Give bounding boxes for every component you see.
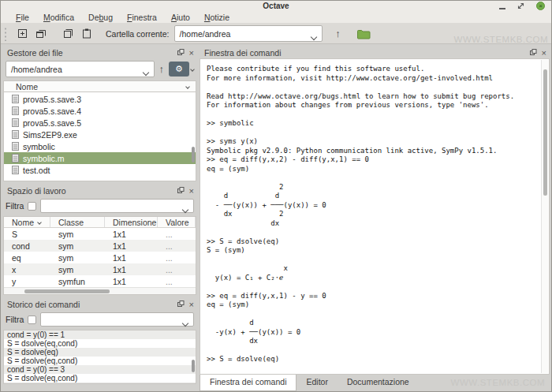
directory-up-button[interactable]: ↑ [159, 63, 165, 75]
history-item[interactable]: S = dsolve(eq,cond) [4, 357, 196, 365]
history-item[interactable]: S = dsolve(eq,cond) [4, 374, 196, 383]
file-name: prova5.s.save.3 [23, 95, 81, 104]
file-row[interactable]: prova5.s.save.4 [4, 105, 196, 117]
minimize-button[interactable] [499, 8, 505, 9]
workspace-cell: eq [4, 252, 50, 263]
menu-item-file[interactable]: File [9, 12, 36, 23]
tab-finestra-dei-comandi[interactable]: Finestra dei comandi [200, 375, 297, 391]
file-name: Sims2EP9.exe [23, 130, 77, 140]
file-row[interactable]: test.odt [4, 164, 196, 176]
file-row[interactable]: Sims2EP9.exe [4, 129, 196, 140]
new-script-button[interactable] [13, 25, 32, 42]
terminal-output: Please contribute if you find this softw… [207, 65, 538, 364]
history-item[interactable]: cond = y(0) == 3 [4, 365, 196, 374]
tab-documentazione[interactable]: Documentazione [338, 375, 419, 391]
octave-window: Octave × FileModificaDebugFinestraAiutoN… [0, 0, 552, 392]
workspace-column-header[interactable]: Classe [50, 217, 105, 227]
close-panel-icon[interactable]: × [189, 301, 194, 308]
history-hscrollbar[interactable] [4, 383, 196, 383]
undock-icon[interactable] [530, 49, 537, 56]
current-folder-combobox[interactable]: /home/andrea [174, 25, 323, 42]
undock-icon[interactable] [177, 301, 185, 308]
file-icon [12, 95, 19, 103]
workspace-row[interactable]: ysymfun1x1... [4, 275, 196, 287]
history-filter-combobox[interactable] [40, 312, 194, 327]
maximize-button[interactable] [517, 2, 525, 10]
duplicate-window-icon [35, 28, 47, 39]
close-panel-icon[interactable]: × [189, 49, 194, 57]
workspace-table-body: Ssym1x1...condsym1x1...eqsym1x1...xsym1x… [4, 228, 196, 287]
folder-up-button[interactable]: ↑ [329, 25, 348, 42]
menu-item-aiuto[interactable]: Aiuto [164, 12, 197, 23]
workspace-row[interactable]: Ssym1x1... [4, 228, 196, 240]
workspace-cell: cond [4, 240, 50, 252]
workspace-cell: sym [50, 240, 105, 252]
folder-actions-button[interactable]: ⚙ [169, 62, 189, 77]
chevron-down-icon [310, 34, 316, 40]
workspace-cell: ... [158, 275, 196, 287]
history-filter-checkbox[interactable] [28, 315, 36, 324]
close-panel-icon[interactable]: × [542, 49, 546, 57]
workspace-hscrollbar[interactable] [4, 287, 196, 294]
file-name: prova5.s.save.4 [23, 106, 81, 116]
file-row[interactable]: prova5.s.save.3 [4, 93, 196, 105]
workspace-filter-checkbox[interactable] [28, 202, 36, 211]
workspace-column-header[interactable]: Dimensione [105, 217, 158, 227]
workspace-cell: 1x1 [105, 252, 158, 263]
chevron-down-icon [182, 207, 188, 213]
menu-item-notizie[interactable]: Notizie [197, 12, 237, 23]
file-path-combobox[interactable]: /home/andrea [6, 61, 155, 77]
workspace-column-header[interactable]: Nome [4, 217, 50, 227]
menu-item-debug[interactable]: Debug [81, 12, 120, 23]
file-icon [12, 118, 19, 127]
current-folder-label: Cartella corrente: [106, 29, 170, 39]
close-button[interactable]: × [536, 2, 545, 10]
file-panel-title: Gestore dei file [7, 48, 177, 58]
file-row[interactable]: symbolic.m [4, 152, 196, 164]
undock-icon[interactable] [177, 49, 185, 56]
file-list-scrollbar[interactable] [192, 147, 195, 162]
menu-item-finestra[interactable]: Finestra [120, 12, 164, 23]
command-history-panel: Storico dei comandi × Filtra cond = y(0)… [2, 298, 197, 385]
workspace-table-header: NomeClasseDimensioneValore [4, 217, 196, 228]
column-label: Nome [12, 218, 34, 227]
paste-button[interactable] [77, 25, 96, 42]
file-row[interactable]: symbolic [4, 140, 196, 152]
history-scrollbar[interactable] [192, 360, 195, 372]
menu-item-modifica[interactable]: Modifica [36, 12, 81, 23]
history-item[interactable]: cond = y(0) == 1 [4, 330, 196, 339]
column-label: Valore [166, 218, 189, 227]
workspace-cell: y [4, 275, 50, 287]
workspace-filter-label: Filtra [6, 201, 24, 211]
workspace-cell: ... [158, 263, 196, 275]
workspace-panel-title: Spazio di lavoro [7, 186, 177, 196]
workspace-row[interactable]: eqsym1x1... [4, 252, 196, 263]
command-window-panel: Finestra dei comandi × Please contribute… [200, 47, 550, 391]
toolbar-grip[interactable] [4, 27, 8, 41]
browse-folder-button[interactable] [354, 25, 373, 42]
column-label: Dimensione [113, 218, 156, 227]
chevron-down-icon [142, 69, 148, 76]
tab-editor[interactable]: Editor [297, 375, 337, 391]
workspace-filter-combobox[interactable] [40, 199, 194, 213]
terminal-area[interactable]: Please contribute if you find this softw… [200, 58, 550, 375]
file-name: symbolic [23, 142, 55, 151]
workspace-panel: Spazio di lavoro × Filtra NomeClasseDime… [2, 185, 197, 296]
copy-button[interactable] [58, 25, 77, 42]
history-filter-label: Filtra [6, 315, 24, 324]
workspace-cell: 1x1 [105, 240, 158, 252]
file-row[interactable]: prova5.s.save.5 [4, 117, 196, 129]
file-column-header[interactable]: Nome [3, 80, 196, 92]
workspace-cell: sym [50, 263, 105, 275]
terminal-scrollbar[interactable] [541, 60, 548, 373]
workspace-row[interactable]: xsym1x1... [4, 263, 196, 275]
open-file-button[interactable] [32, 25, 50, 42]
workspace-column-header[interactable]: Valore [158, 217, 196, 227]
command-window-title: Finestra dei comandi [204, 48, 530, 58]
close-panel-icon[interactable]: × [189, 187, 194, 195]
history-item[interactable]: S = dsolve(eq,cond) [4, 339, 196, 348]
workspace-row[interactable]: condsym1x1... [4, 240, 196, 252]
undock-icon[interactable] [177, 187, 185, 194]
history-item[interactable]: S = dsolve(eq) [4, 348, 196, 357]
folder-icon [356, 28, 371, 39]
